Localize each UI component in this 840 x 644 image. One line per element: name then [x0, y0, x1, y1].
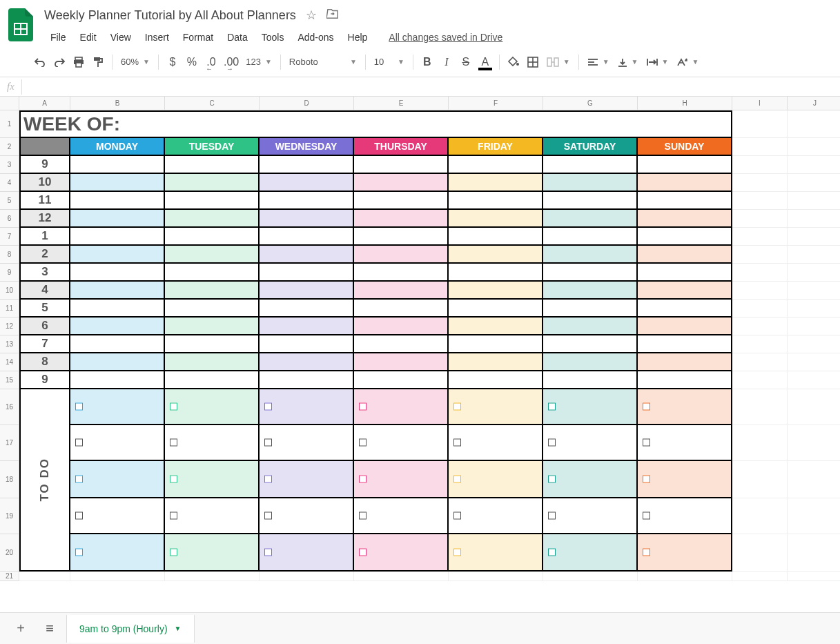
planner-cell[interactable]: [354, 335, 449, 353]
row-header-4[interactable]: 4: [0, 174, 19, 192]
cell[interactable]: [732, 156, 788, 174]
planner-cell[interactable]: [354, 246, 449, 264]
todo-cell[interactable]: [260, 461, 354, 498]
planner-cell[interactable]: [354, 300, 449, 318]
planner-cell[interactable]: [70, 264, 165, 282]
todo-cell[interactable]: [260, 425, 354, 461]
todo-cell[interactable]: [354, 461, 449, 498]
star-icon[interactable]: ☆: [306, 8, 317, 23]
planner-cell[interactable]: [638, 353, 732, 371]
increase-decimals-button[interactable]: .00→: [221, 52, 242, 72]
valign-button[interactable]: ▼: [614, 52, 643, 72]
planner-cell[interactable]: [260, 192, 354, 210]
hour-label[interactable]: 2: [19, 246, 70, 264]
menu-add-ons[interactable]: Add-ons: [291, 29, 340, 46]
hour-label[interactable]: 11: [19, 192, 70, 210]
paint-format-button[interactable]: [88, 52, 108, 72]
row-header-18[interactable]: 18: [0, 461, 19, 498]
todo-cell[interactable]: [449, 498, 543, 534]
planner-cell[interactable]: [638, 300, 732, 318]
todo-cell[interactable]: [543, 389, 638, 425]
planner-cell[interactable]: [260, 174, 354, 192]
checkbox-icon[interactable]: [643, 403, 650, 411]
menu-format[interactable]: Format: [177, 29, 219, 46]
fill-color-button[interactable]: [504, 52, 523, 72]
planner-cell[interactable]: [354, 282, 449, 300]
todo-cell[interactable]: [449, 534, 543, 572]
planner-cell[interactable]: [165, 228, 260, 246]
todo-cell[interactable]: [449, 389, 543, 425]
hour-label[interactable]: 1: [19, 228, 70, 246]
cell[interactable]: [732, 264, 788, 282]
planner-cell[interactable]: [543, 192, 638, 210]
planner-cell[interactable]: [449, 300, 543, 318]
planner-cell[interactable]: [543, 174, 638, 192]
hour-label[interactable]: 12: [19, 210, 70, 228]
menu-file[interactable]: File: [44, 29, 72, 46]
cell[interactable]: [788, 174, 840, 192]
planner-cell[interactable]: [449, 192, 543, 210]
planner-cell[interactable]: [260, 156, 354, 174]
cell[interactable]: [732, 461, 788, 498]
cell[interactable]: [732, 138, 788, 156]
planner-cell[interactable]: [449, 335, 543, 353]
row-header-12[interactable]: 12: [0, 318, 19, 335]
hour-label[interactable]: 9: [19, 371, 70, 389]
planner-cell[interactable]: [165, 192, 260, 210]
todo-cell[interactable]: [260, 389, 354, 425]
row-header-13[interactable]: 13: [0, 335, 19, 353]
todo-cell[interactable]: [543, 534, 638, 572]
planner-cell[interactable]: [165, 264, 260, 282]
checkbox-icon[interactable]: [643, 549, 650, 556]
checkbox-icon[interactable]: [453, 512, 461, 520]
checkbox-icon[interactable]: [264, 403, 272, 411]
checkbox-icon[interactable]: [548, 476, 556, 483]
col-header-D[interactable]: D: [260, 97, 354, 110]
checkbox-icon[interactable]: [359, 512, 367, 520]
cell[interactable]: [788, 318, 840, 335]
planner-cell[interactable]: [543, 210, 638, 228]
todo-cell[interactable]: [449, 425, 543, 461]
todo-cell[interactable]: [165, 498, 260, 534]
planner-cell[interactable]: [70, 156, 165, 174]
planner-cell[interactable]: [354, 318, 449, 335]
checkbox-icon[interactable]: [264, 549, 272, 556]
planner-cell[interactable]: [638, 210, 732, 228]
halign-button[interactable]: ▼: [583, 52, 614, 72]
menu-tools[interactable]: Tools: [255, 29, 291, 46]
doc-title[interactable]: Weekly Planner Tutorial by All About Pla…: [44, 8, 296, 23]
planner-cell[interactable]: [638, 174, 732, 192]
planner-cell[interactable]: [543, 335, 638, 353]
todo-cell[interactable]: [638, 461, 732, 498]
col-header-A[interactable]: A: [19, 97, 70, 110]
planner-cell[interactable]: [260, 335, 354, 353]
more-formats-button[interactable]: 123▼: [242, 52, 276, 72]
planner-cell[interactable]: [449, 353, 543, 371]
todo-cell[interactable]: [70, 461, 165, 498]
cell[interactable]: [788, 498, 840, 534]
font-select[interactable]: Roboto▼: [285, 52, 361, 72]
cell[interactable]: [788, 371, 840, 389]
planner-cell[interactable]: [260, 246, 354, 264]
row-header-11[interactable]: 11: [0, 300, 19, 318]
planner-cell[interactable]: [449, 174, 543, 192]
cell[interactable]: [354, 572, 449, 581]
sheets-logo[interactable]: [8, 8, 36, 46]
planner-cell[interactable]: [165, 210, 260, 228]
cell[interactable]: [732, 353, 788, 371]
cell[interactable]: [788, 389, 840, 425]
checkbox-icon[interactable]: [170, 512, 177, 520]
todo-cell[interactable]: [354, 425, 449, 461]
todo-cell[interactable]: [543, 461, 638, 498]
todo-cell[interactable]: [354, 498, 449, 534]
cell-area[interactable]: WEEK OF:MONDAYTUESDAYWEDNESDAYTHURSDAYFR…: [19, 110, 840, 581]
row-header-5[interactable]: 5: [0, 192, 19, 210]
planner-cell[interactable]: [354, 210, 449, 228]
planner-cell[interactable]: [354, 174, 449, 192]
planner-cell[interactable]: [638, 282, 732, 300]
planner-cell[interactable]: [449, 318, 543, 335]
planner-cell[interactable]: [543, 371, 638, 389]
row-header-16[interactable]: 16: [0, 389, 19, 425]
checkbox-icon[interactable]: [643, 439, 650, 447]
borders-button[interactable]: [523, 52, 543, 72]
